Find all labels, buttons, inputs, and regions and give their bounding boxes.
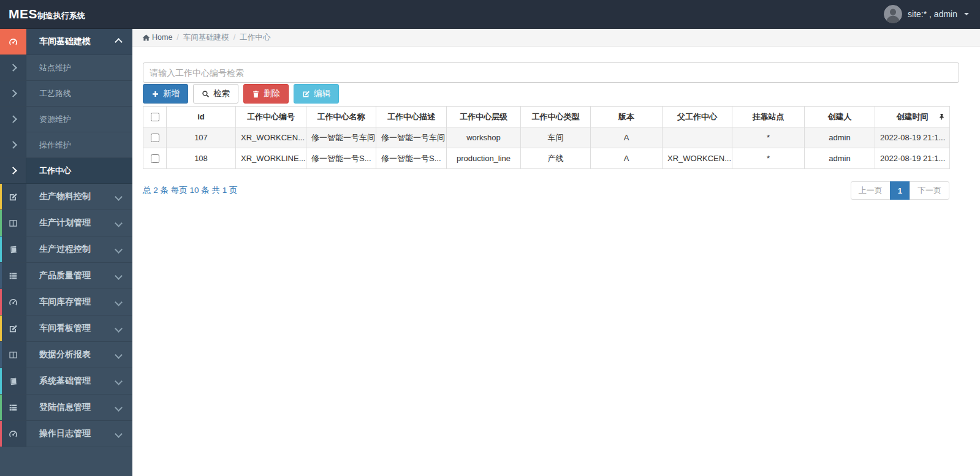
cell-id: 108 [167, 148, 236, 169]
pin-icon[interactable] [938, 113, 945, 120]
cell-level: workshop [447, 127, 521, 148]
sidebar-group-label: 车间库存管理 [26, 297, 116, 308]
table-header-row: id 工作中心编号 工作中心名称 工作中心描述 工作中心层级 工作中心类型 版本… [143, 107, 950, 127]
next-page-button[interactable]: 下一页 [910, 181, 949, 200]
chevron-right-icon [0, 158, 26, 183]
main-content: Home / 车间基础建模 / 工作中心 新增 检索 [132, 29, 980, 476]
table-row[interactable]: 108 XR_WORKLINE... 修一智能一号S... 修一智能一号S...… [143, 148, 950, 169]
col-code[interactable]: 工作中心编号 [236, 107, 306, 127]
page-1-button[interactable]: 1 [890, 181, 910, 200]
breadcrumb-separator: / [234, 33, 235, 42]
edit-button[interactable]: 编辑 [294, 84, 339, 104]
select-all-checkbox[interactable] [151, 113, 159, 121]
gauge-icon [0, 421, 26, 447]
brand-bold-text: MES [9, 7, 37, 21]
search-icon [202, 90, 210, 98]
edit-icon [0, 184, 26, 210]
col-id[interactable]: id [167, 107, 236, 127]
col-parent[interactable]: 父工作中心 [663, 107, 732, 127]
delete-button[interactable]: 删除 [243, 84, 289, 104]
col-name[interactable]: 工作中心名称 [306, 107, 376, 127]
sidebar-group-label: 生产物料控制 [26, 191, 116, 202]
sidebar-group-label: 生产过程控制 [26, 244, 116, 255]
search-input[interactable] [143, 62, 959, 83]
col-create-time-label: 创建时间 [897, 112, 929, 121]
sidebar-item-process-route[interactable]: 工艺路线 [0, 81, 132, 107]
breadcrumb-home-link[interactable]: Home [142, 33, 172, 42]
sidebar-group-production-plan-management[interactable]: 生产计划管理 [0, 210, 132, 236]
col-creator[interactable]: 创建人 [805, 107, 875, 127]
sidebar-group-workshop-modeling[interactable]: 车间基础建模 [0, 29, 132, 55]
select-all-cell [143, 107, 167, 127]
cell-code: XR_WORKLINE... [236, 148, 306, 169]
cell-parent: XR_WORKCEN... [663, 148, 732, 169]
chevron-right-icon [0, 81, 26, 106]
chevron-down-icon [115, 430, 123, 438]
breadcrumb-item-workshop-modeling[interactable]: 车间基础建模 [183, 32, 229, 43]
cell-station: * [732, 148, 805, 169]
sidebar-item-site-maintenance[interactable]: 站点维护 [0, 55, 132, 81]
sidebar-group-workshop-inventory-management[interactable]: 车间库存管理 [0, 289, 132, 315]
sidebar-group-operation-log-management[interactable]: 操作日志管理 [0, 421, 132, 447]
sidebar-group-label: 系统基础管理 [26, 376, 116, 387]
sidebar-item-work-center[interactable]: 工作中心 [0, 158, 132, 184]
sidebar-group-product-quality-management[interactable]: 产品质量管理 [0, 263, 132, 289]
columns-icon [0, 210, 26, 236]
chevron-down-icon [115, 325, 123, 333]
col-type[interactable]: 工作中心类型 [521, 107, 591, 127]
cell-name: 修一智能一号S... [306, 148, 376, 169]
cell-create-time: 2022-08-19 21:1... [875, 127, 950, 148]
sidebar-group-production-material-control[interactable]: 生产物料控制 [0, 184, 132, 210]
sidebar-item-resource-maintenance[interactable]: 资源维护 [0, 107, 132, 132]
col-create-time[interactable]: 创建时间 [875, 107, 950, 127]
cell-parent [663, 127, 732, 148]
table-row[interactable]: 107 XR_WORKCEN... 修一智能一号车间 修一智能一号车间 work… [143, 127, 950, 148]
sidebar-group-production-process-control[interactable]: 生产过程控制 [0, 236, 132, 263]
chevron-down-icon [115, 298, 123, 306]
row-checkbox[interactable] [151, 134, 159, 142]
row-select-cell [143, 148, 167, 169]
avatar [884, 5, 902, 23]
sidebar-item-operation-maintenance[interactable]: 操作维护 [0, 132, 132, 158]
cell-create-time: 2022-08-19 21:1... [875, 148, 950, 169]
edit-icon [302, 90, 310, 98]
chevron-down-icon [115, 219, 123, 227]
sidebar-group-label: 产品质量管理 [26, 270, 116, 281]
sidebar-item-label: 站点维护 [26, 62, 132, 74]
cell-code: XR_WORKCEN... [236, 127, 306, 148]
col-level[interactable]: 工作中心层级 [447, 107, 521, 127]
trash-icon [252, 90, 260, 98]
chevron-right-icon [0, 55, 26, 80]
brand-logo[interactable]: MES制造执行系统 [0, 7, 85, 21]
search-button[interactable]: 检索 [193, 84, 238, 104]
sidebar-group-data-analysis-report[interactable]: 数据分析报表 [0, 342, 132, 368]
pagination: 上一页 1 下一页 [851, 181, 949, 200]
breadcrumb-item-work-center: 工作中心 [240, 32, 270, 43]
chevron-down-icon [115, 404, 123, 412]
prev-page-button[interactable]: 上一页 [851, 181, 891, 200]
edit-icon [0, 315, 26, 341]
row-checkbox[interactable] [151, 154, 159, 163]
col-description[interactable]: 工作中心描述 [376, 107, 447, 127]
button-label: 检索 [213, 88, 230, 99]
sidebar-group-workshop-kanban-management[interactable]: 车间看板管理 [0, 315, 132, 342]
record-summary: 总 2 条 每页 10 条 共 1 页 [143, 185, 238, 196]
cell-type: 车间 [521, 127, 591, 148]
sidebar-group-label: 生产计划管理 [26, 217, 116, 229]
sidebar-group-label: 数据分析报表 [26, 349, 116, 360]
home-icon [142, 34, 150, 42]
col-version[interactable]: 版本 [591, 107, 663, 127]
cell-level: production_line [447, 148, 521, 169]
cell-name: 修一智能一号车间 [306, 127, 376, 148]
sidebar-group-label: 车间基础建模 [26, 36, 116, 47]
cell-id: 107 [167, 127, 236, 148]
list-icon [0, 395, 26, 420]
sidebar-group-system-basic-management[interactable]: 系统基础管理 [0, 368, 132, 395]
chevron-up-icon [115, 38, 123, 46]
col-station[interactable]: 挂靠站点 [732, 107, 805, 127]
chevron-right-icon [0, 132, 26, 157]
user-menu[interactable]: site:* , admin [884, 5, 980, 23]
add-button[interactable]: 新增 [143, 84, 188, 104]
sidebar-group-login-info-management[interactable]: 登陆信息管理 [0, 395, 132, 421]
chevron-down-icon [115, 193, 123, 201]
